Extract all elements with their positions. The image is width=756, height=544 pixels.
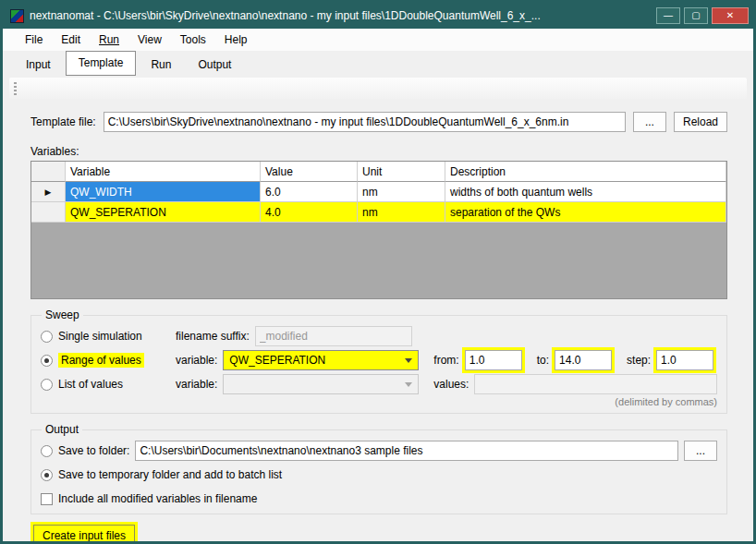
app-window: nextnanomat - C:\Users\bir\SkyDrive\next… — [0, 0, 756, 544]
save-folder-browse-button[interactable]: ... — [684, 441, 717, 461]
single-simulation-row: Single simulation filename suffix: — [41, 324, 717, 348]
chevron-down-icon — [405, 382, 412, 387]
tab-output[interactable]: Output — [186, 54, 243, 76]
cell-value[interactable]: 6.0 — [261, 182, 358, 202]
range-variable-label: variable: — [176, 354, 217, 367]
grid-header-row: Variable Value Unit Description — [31, 162, 726, 182]
toolbar — [9, 78, 747, 99]
maximize-icon[interactable]: ▢ — [684, 7, 708, 24]
output-title: Output — [42, 423, 82, 436]
row-selector[interactable] — [31, 202, 66, 223]
column-header-variable[interactable]: Variable — [66, 162, 261, 182]
table-row: ▶ QW_WIDTH 6.0 nm widths of both quantum… — [31, 182, 726, 202]
to-label: to: — [537, 354, 549, 367]
output-groupbox: Output Save to folder: ... Save to tempo… — [30, 423, 727, 514]
include-variables-row: Include all modified variables in filena… — [41, 487, 717, 511]
template-file-label: Template file: — [30, 115, 96, 128]
grid-corner-cell[interactable] — [31, 162, 66, 182]
cell-variable[interactable]: QW_SEPERATION — [66, 202, 261, 223]
menu-edit[interactable]: Edit — [52, 30, 90, 49]
cell-variable[interactable]: QW_WIDTH — [66, 182, 261, 202]
delimiter-hint: (delimited by commas) — [41, 396, 717, 410]
window-title: nextnanomat - C:\Users\bir\SkyDrive\next… — [30, 9, 647, 22]
column-header-unit[interactable]: Unit — [358, 162, 445, 182]
close-icon[interactable]: ✕ — [712, 7, 749, 24]
template-file-row: Template file: ... Reload — [30, 112, 727, 132]
save-folder-input[interactable] — [135, 441, 678, 461]
variables-label: Variables: — [30, 145, 727, 158]
menu-help[interactable]: Help — [215, 30, 257, 49]
template-file-browse-button[interactable]: ... — [633, 112, 666, 132]
cell-description[interactable]: separation of the QWs — [445, 202, 726, 223]
title-bar: nextnanomat - C:\Users\bir\SkyDrive\next… — [3, 3, 753, 29]
save-to-folder-label[interactable]: Save to folder: — [58, 444, 129, 457]
list-of-values-label[interactable]: List of values — [58, 378, 123, 391]
menu-file[interactable]: File — [16, 30, 52, 49]
template-page: Template file: ... Reload Variables: Var… — [3, 99, 753, 544]
range-variable-value: QW_SEPERATION — [229, 354, 325, 367]
sweep-title: Sweep — [42, 308, 83, 321]
save-to-folder-row: Save to folder: ... — [41, 439, 717, 463]
menu-run[interactable]: Run — [90, 30, 128, 49]
tab-strip: Input Template Run Output — [3, 51, 753, 76]
list-variable-combobox — [223, 374, 419, 394]
sweep-groupbox: Sweep Single simulation filename suffix:… — [30, 308, 727, 414]
include-variables-checkbox[interactable] — [41, 493, 53, 505]
list-variable-label: variable: — [176, 378, 217, 391]
toolbar-grip-icon[interactable] — [14, 82, 17, 95]
template-file-input[interactable] — [104, 112, 626, 132]
filename-suffix-input — [255, 326, 412, 346]
save-to-folder-radio[interactable] — [41, 445, 53, 457]
range-variable-combobox[interactable]: QW_SEPERATION — [223, 350, 419, 370]
single-simulation-radio[interactable] — [41, 331, 53, 343]
create-input-files-button[interactable]: Create input files — [33, 525, 135, 544]
values-label: values: — [433, 378, 469, 391]
list-of-values-row: List of values variable: values: — [41, 372, 717, 396]
save-temporary-row: Save to temporary folder and add to batc… — [41, 463, 717, 487]
menu-tools[interactable]: Tools — [171, 30, 215, 49]
values-input — [474, 374, 717, 394]
table-row: QW_SEPERATION 4.0 nm separation of the Q… — [31, 202, 726, 223]
app-icon — [10, 9, 24, 23]
range-of-values-radio[interactable] — [41, 355, 53, 367]
save-temporary-radio[interactable] — [41, 469, 53, 481]
row-selector-arrow-icon: ▶ — [45, 187, 52, 197]
single-simulation-label[interactable]: Single simulation — [58, 330, 142, 343]
minimize-icon[interactable]: — — [656, 7, 680, 24]
from-label: from: — [433, 354, 458, 367]
tab-run[interactable]: Run — [139, 54, 183, 76]
list-of-values-radio[interactable] — [41, 379, 53, 391]
cell-unit[interactable]: nm — [358, 202, 445, 223]
cell-value[interactable]: 4.0 — [261, 202, 358, 223]
column-header-value[interactable]: Value — [261, 162, 358, 182]
include-variables-label[interactable]: Include all modified variables in filena… — [58, 492, 257, 505]
window-controls: — ▢ ✕ — [652, 7, 753, 24]
column-header-description[interactable]: Description — [445, 162, 726, 182]
tab-template[interactable]: Template — [66, 51, 137, 76]
tab-input[interactable]: Input — [14, 54, 63, 76]
range-of-values-label[interactable]: Range of values — [58, 353, 144, 368]
menu-bar: File Edit Run View Tools Help — [3, 29, 753, 51]
menu-view[interactable]: View — [128, 30, 171, 49]
from-input[interactable] — [465, 350, 522, 370]
filename-suffix-label: filename suffix: — [176, 330, 250, 343]
save-temporary-label[interactable]: Save to temporary folder and add to batc… — [58, 468, 282, 481]
reload-button[interactable]: Reload — [674, 112, 727, 132]
step-input[interactable] — [656, 350, 713, 370]
chevron-down-icon — [405, 358, 412, 363]
range-of-values-row: Range of values variable: QW_SEPERATION … — [41, 348, 717, 372]
step-label: step: — [627, 354, 651, 367]
cell-unit[interactable]: nm — [358, 182, 445, 202]
row-selector[interactable]: ▶ — [31, 182, 66, 202]
to-input[interactable] — [555, 350, 612, 370]
variables-grid: Variable Value Unit Description ▶ QW_WID… — [30, 161, 727, 299]
cell-description[interactable]: widths of both quantum wells — [445, 182, 726, 202]
